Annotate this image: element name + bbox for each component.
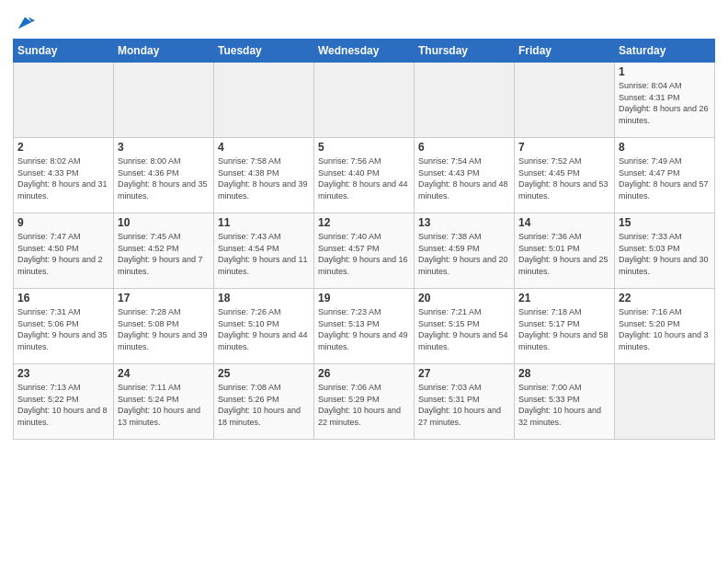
day-info: Sunrise: 7:03 AM Sunset: 5:31 PM Dayligh… [418, 382, 510, 428]
day-number: 16 [17, 292, 109, 304]
day-info: Sunrise: 7:23 AM Sunset: 5:13 PM Dayligh… [318, 306, 410, 352]
day-info: Sunrise: 7:58 AM Sunset: 4:38 PM Dayligh… [218, 155, 310, 201]
weekday-header: Wednesday [314, 40, 415, 63]
calendar-cell [415, 63, 515, 138]
calendar-week-row: 9Sunrise: 7:47 AM Sunset: 4:50 PM Daylig… [14, 213, 715, 289]
day-info: Sunrise: 7:43 AM Sunset: 4:54 PM Dayligh… [218, 231, 310, 277]
day-number: 7 [518, 141, 610, 154]
svg-marker-0 [18, 17, 35, 29]
weekday-header: Sunday [14, 40, 114, 63]
calendar-cell: 18Sunrise: 7:26 AM Sunset: 5:10 PM Dayli… [214, 289, 314, 364]
weekday-header: Monday [114, 40, 214, 63]
weekday-header: Tuesday [214, 40, 314, 63]
calendar-cell: 17Sunrise: 7:28 AM Sunset: 5:08 PM Dayli… [114, 289, 214, 364]
day-info: Sunrise: 8:00 AM Sunset: 4:36 PM Dayligh… [118, 155, 210, 201]
calendar-cell: 8Sunrise: 7:49 AM Sunset: 4:47 PM Daylig… [615, 138, 715, 213]
day-number: 19 [318, 292, 410, 304]
day-number: 2 [17, 141, 109, 154]
calendar-table: SundayMondayTuesdayWednesdayThursdayFrid… [13, 39, 715, 440]
day-info: Sunrise: 7:47 AM Sunset: 4:50 PM Dayligh… [17, 231, 109, 277]
day-info: Sunrise: 7:54 AM Sunset: 4:43 PM Dayligh… [418, 155, 510, 201]
day-number: 24 [118, 367, 210, 380]
day-number: 12 [318, 216, 410, 229]
calendar-cell: 4Sunrise: 7:58 AM Sunset: 4:38 PM Daylig… [214, 138, 314, 213]
day-info: Sunrise: 7:13 AM Sunset: 5:22 PM Dayligh… [17, 382, 109, 428]
day-info: Sunrise: 7:08 AM Sunset: 5:26 PM Dayligh… [218, 382, 310, 428]
calendar-cell: 16Sunrise: 7:31 AM Sunset: 5:06 PM Dayli… [14, 289, 114, 364]
calendar-cell: 23Sunrise: 7:13 AM Sunset: 5:22 PM Dayli… [14, 364, 114, 440]
day-info: Sunrise: 7:21 AM Sunset: 5:15 PM Dayligh… [418, 306, 510, 352]
day-number: 5 [318, 141, 410, 154]
calendar-cell: 28Sunrise: 7:00 AM Sunset: 5:33 PM Dayli… [515, 364, 615, 440]
calendar-week-row: 2Sunrise: 8:02 AM Sunset: 4:33 PM Daylig… [14, 138, 715, 213]
calendar-cell: 22Sunrise: 7:16 AM Sunset: 5:20 PM Dayli… [615, 289, 715, 364]
logo-bird-icon [15, 13, 35, 33]
day-info: Sunrise: 7:49 AM Sunset: 4:47 PM Dayligh… [619, 155, 711, 201]
day-number: 26 [318, 367, 410, 380]
calendar-cell: 14Sunrise: 7:36 AM Sunset: 5:01 PM Dayli… [515, 213, 615, 289]
day-number: 20 [418, 292, 510, 304]
day-info: Sunrise: 7:52 AM Sunset: 4:45 PM Dayligh… [518, 155, 610, 201]
day-info: Sunrise: 7:18 AM Sunset: 5:17 PM Dayligh… [518, 306, 610, 352]
day-number: 21 [518, 292, 610, 304]
calendar-week-row: 23Sunrise: 7:13 AM Sunset: 5:22 PM Dayli… [14, 364, 715, 440]
day-number: 22 [619, 292, 711, 304]
calendar-cell: 27Sunrise: 7:03 AM Sunset: 5:31 PM Dayli… [415, 364, 515, 440]
day-info: Sunrise: 8:04 AM Sunset: 4:31 PM Dayligh… [619, 80, 711, 126]
day-number: 11 [218, 216, 310, 229]
calendar-cell: 24Sunrise: 7:11 AM Sunset: 5:24 PM Dayli… [114, 364, 214, 440]
day-info: Sunrise: 7:28 AM Sunset: 5:08 PM Dayligh… [118, 306, 210, 352]
day-number: 4 [218, 141, 310, 154]
weekday-header-row: SundayMondayTuesdayWednesdayThursdayFrid… [14, 40, 715, 63]
day-number: 9 [17, 216, 109, 229]
calendar-cell: 2Sunrise: 8:02 AM Sunset: 4:33 PM Daylig… [14, 138, 114, 213]
day-number: 17 [118, 292, 210, 304]
day-info: Sunrise: 7:00 AM Sunset: 5:33 PM Dayligh… [518, 382, 610, 428]
day-number: 23 [17, 367, 109, 380]
day-number: 6 [418, 141, 510, 154]
day-info: Sunrise: 7:56 AM Sunset: 4:40 PM Dayligh… [318, 155, 410, 201]
calendar-cell: 10Sunrise: 7:45 AM Sunset: 4:52 PM Dayli… [114, 213, 214, 289]
day-number: 10 [118, 216, 210, 229]
calendar-cell [615, 364, 715, 440]
page-container: SundayMondayTuesdayWednesdayThursdayFrid… [0, 0, 728, 449]
calendar-cell: 13Sunrise: 7:38 AM Sunset: 4:59 PM Dayli… [415, 213, 515, 289]
day-info: Sunrise: 7:38 AM Sunset: 4:59 PM Dayligh… [418, 231, 510, 277]
calendar-cell: 7Sunrise: 7:52 AM Sunset: 4:45 PM Daylig… [515, 138, 615, 213]
day-info: Sunrise: 7:40 AM Sunset: 4:57 PM Dayligh… [318, 231, 410, 277]
weekday-header: Friday [515, 40, 615, 63]
day-number: 3 [118, 141, 210, 154]
calendar-cell: 25Sunrise: 7:08 AM Sunset: 5:26 PM Dayli… [214, 364, 314, 440]
day-info: Sunrise: 7:26 AM Sunset: 5:10 PM Dayligh… [218, 306, 310, 352]
calendar-cell: 21Sunrise: 7:18 AM Sunset: 5:17 PM Dayli… [515, 289, 615, 364]
day-info: Sunrise: 7:33 AM Sunset: 5:03 PM Dayligh… [619, 231, 711, 277]
day-number: 13 [418, 216, 510, 229]
calendar-cell [214, 63, 314, 138]
logo [13, 13, 35, 33]
calendar-week-row: 16Sunrise: 7:31 AM Sunset: 5:06 PM Dayli… [14, 289, 715, 364]
day-info: Sunrise: 7:31 AM Sunset: 5:06 PM Dayligh… [17, 306, 109, 352]
calendar-cell: 15Sunrise: 7:33 AM Sunset: 5:03 PM Dayli… [615, 213, 715, 289]
day-number: 8 [619, 141, 711, 154]
calendar-cell [114, 63, 214, 138]
calendar-cell [14, 63, 114, 138]
weekday-header: Saturday [615, 40, 715, 63]
page-header [13, 9, 715, 33]
weekday-header: Thursday [415, 40, 515, 63]
day-info: Sunrise: 8:02 AM Sunset: 4:33 PM Dayligh… [17, 155, 109, 201]
day-number: 27 [418, 367, 510, 380]
day-number: 28 [518, 367, 610, 380]
calendar-cell: 5Sunrise: 7:56 AM Sunset: 4:40 PM Daylig… [314, 138, 415, 213]
day-number: 1 [619, 65, 711, 78]
day-info: Sunrise: 7:16 AM Sunset: 5:20 PM Dayligh… [619, 306, 711, 352]
day-info: Sunrise: 7:06 AM Sunset: 5:29 PM Dayligh… [318, 382, 410, 428]
calendar-cell [314, 63, 415, 138]
calendar-cell: 12Sunrise: 7:40 AM Sunset: 4:57 PM Dayli… [314, 213, 415, 289]
day-info: Sunrise: 7:45 AM Sunset: 4:52 PM Dayligh… [118, 231, 210, 277]
calendar-cell: 1Sunrise: 8:04 AM Sunset: 4:31 PM Daylig… [615, 63, 715, 138]
day-number: 25 [218, 367, 310, 380]
calendar-cell: 3Sunrise: 8:00 AM Sunset: 4:36 PM Daylig… [114, 138, 214, 213]
day-number: 18 [218, 292, 310, 304]
day-info: Sunrise: 7:36 AM Sunset: 5:01 PM Dayligh… [518, 231, 610, 277]
calendar-cell: 9Sunrise: 7:47 AM Sunset: 4:50 PM Daylig… [14, 213, 114, 289]
